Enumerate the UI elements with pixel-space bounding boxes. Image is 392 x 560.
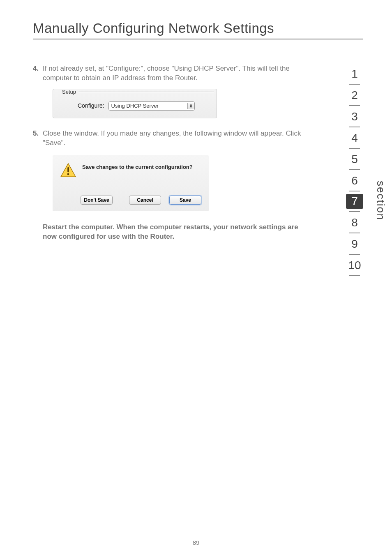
svg-point-2 xyxy=(67,173,69,175)
setup-groupbox: — Setup Configure: Using DHCP Server ▲▼ xyxy=(53,89,217,118)
step-number-4: 4. xyxy=(33,64,39,74)
restart-note: Restart the computer. When the computer … xyxy=(43,223,304,242)
section-nav-divider xyxy=(349,254,360,255)
section-nav-4[interactable]: 4 xyxy=(344,130,366,145)
section-nav-10[interactable]: 10 xyxy=(344,257,366,273)
step-5: 5. Close the window. If you made any cha… xyxy=(33,129,304,211)
section-label: section xyxy=(374,181,387,220)
title-rule xyxy=(33,39,363,39)
svg-rect-1 xyxy=(67,167,69,173)
step-4: 4. If not already set, at "Configure:", … xyxy=(33,64,304,118)
configure-dropdown[interactable]: Using DHCP Server ▲▼ xyxy=(108,101,195,111)
step-number-5: 5. xyxy=(33,129,39,138)
section-nav-divider xyxy=(349,211,360,212)
section-nav-5[interactable]: 5 xyxy=(344,151,366,167)
section-nav-divider xyxy=(349,127,360,127)
section-nav-divider xyxy=(349,84,360,85)
dont-save-button[interactable]: Don't Save xyxy=(81,196,113,205)
page-number: 89 xyxy=(0,539,392,546)
section-nav-divider xyxy=(349,169,360,170)
section-nav-9[interactable]: 9 xyxy=(344,236,366,251)
section-nav-8[interactable]: 8 xyxy=(344,214,366,230)
section-nav-divider xyxy=(349,233,360,233)
configure-label: Configure: xyxy=(78,102,104,110)
section-nav-divider xyxy=(349,148,360,149)
configure-dropdown-value: Using DHCP Server xyxy=(111,102,187,110)
step-5-text: Close the window. If you made any change… xyxy=(43,129,301,147)
section-nav-3[interactable]: 3 xyxy=(344,108,366,124)
step-4-text: If not already set, at "Configure:", cho… xyxy=(43,65,290,82)
stepper-arrows-icon: ▲▼ xyxy=(187,103,194,109)
section-nav-divider xyxy=(349,191,360,191)
section-nav-2[interactable]: 2 xyxy=(344,87,366,103)
setup-rule xyxy=(78,92,214,92)
dialog-message: Save changes to the current configuratio… xyxy=(82,163,193,171)
section-nav-6[interactable]: 6 xyxy=(344,173,366,188)
section-nav-1[interactable]: 1 xyxy=(344,66,366,81)
setup-group-label: Setup xyxy=(60,88,78,96)
setup-dash: — xyxy=(55,90,60,96)
save-dialog: Save changes to the current configuratio… xyxy=(53,155,209,211)
save-button[interactable]: Save xyxy=(169,196,201,205)
section-nav-divider xyxy=(349,105,360,106)
section-nav: 1 2 3 4 5 6 7 8 9 10 xyxy=(344,66,366,279)
cancel-button[interactable]: Cancel xyxy=(129,196,161,205)
section-nav-7-active[interactable]: 7 xyxy=(346,194,363,209)
page-title: Manually Configuring Network Settings xyxy=(33,21,363,36)
section-nav-divider xyxy=(349,275,360,276)
warning-icon xyxy=(60,163,76,177)
